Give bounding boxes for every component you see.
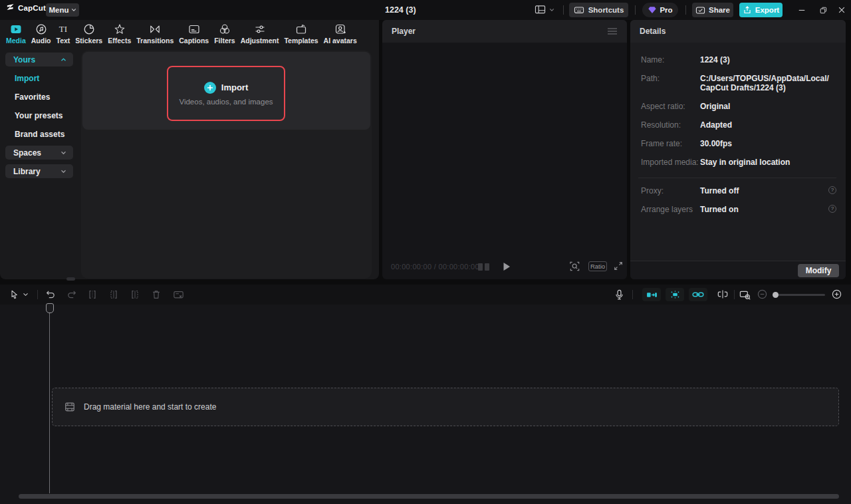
- share-label: Share: [709, 6, 730, 14]
- tab-adjustment[interactable]: Adjustment: [238, 22, 282, 46]
- detail-row-imported-media: Imported media:Stay in original location: [641, 158, 836, 167]
- import-button[interactable]: Import Videos, audios, and images: [167, 66, 285, 121]
- layout-switch-button[interactable]: [535, 5, 554, 15]
- divider: [685, 5, 686, 15]
- tab-label: Transitions: [136, 37, 174, 45]
- modify-button[interactable]: Modify: [798, 264, 839, 277]
- import-title: Import: [221, 82, 248, 92]
- shortcuts-button[interactable]: Shortcuts: [569, 3, 628, 17]
- sidebar-group-library[interactable]: Library: [5, 164, 73, 178]
- zoom-out-icon[interactable]: [757, 289, 767, 299]
- detail-value: Turned on: [700, 205, 833, 214]
- ratio-button[interactable]: Ratio: [588, 261, 607, 271]
- auto-snap-button[interactable]: [666, 288, 684, 301]
- timeline-horizontal-scrollbar[interactable]: [19, 494, 839, 499]
- help-icon[interactable]: ?: [828, 186, 836, 194]
- timeline-zoom-slider[interactable]: [773, 294, 825, 296]
- timecode: 00:00:00:00 / 00:00:00:00: [391, 263, 479, 271]
- import-subtitle: Videos, audios, and images: [179, 98, 273, 106]
- timeline-view-icon[interactable]: [739, 289, 751, 301]
- tab-label: Media: [6, 37, 26, 45]
- timeline-dropzone[interactable]: Drag material here and start to create: [52, 388, 839, 426]
- tab-filters[interactable]: Filters: [211, 22, 238, 46]
- capcut-window: CapCut Menu 1224 (3) Shortcuts Pro Share: [0, 0, 851, 504]
- tab-effects[interactable]: Effects: [105, 22, 134, 46]
- sidebar-item-import[interactable]: Import: [15, 74, 39, 83]
- share-button[interactable]: Share: [692, 3, 733, 17]
- zoom-fit-icon[interactable]: [569, 261, 580, 272]
- sidebar-scrollbar[interactable]: [66, 277, 75, 281]
- detail-value: Adapted: [700, 120, 833, 130]
- preview-axis-icon[interactable]: [717, 289, 729, 299]
- detail-value: 1224 (3): [700, 55, 833, 64]
- player-menu-icon[interactable]: [607, 27, 618, 35]
- tab-ai-avatars[interactable]: AI avatars: [321, 22, 360, 46]
- detail-row-proxy: Proxy:Turned off ?: [641, 186, 836, 195]
- tab-stickers[interactable]: Stickers: [72, 22, 105, 46]
- player-panel: Player 00:00:00:00 / 00:00:00:00 Ratio: [382, 20, 627, 279]
- detail-row-name: Name:1224 (3): [641, 55, 836, 64]
- pro-label: Pro: [660, 6, 672, 14]
- record-voiceover-icon[interactable]: [614, 289, 624, 301]
- details-footer: Modify: [630, 261, 846, 279]
- tab-captions[interactable]: Captions: [176, 22, 211, 46]
- select-tool-icon[interactable]: [9, 289, 20, 300]
- zoom-slider-handle[interactable]: [773, 292, 779, 298]
- tab-media[interactable]: Media: [3, 22, 29, 46]
- detail-value: Turned off: [700, 186, 833, 195]
- sidebar-item-brand-assets[interactable]: Brand assets: [15, 130, 64, 139]
- delete-icon[interactable]: [151, 289, 162, 300]
- tab-text[interactable]: TI Text: [54, 22, 73, 46]
- detail-label: Arrange layers: [641, 205, 700, 214]
- chevron-down-icon: [61, 170, 66, 174]
- media-library-panel: Media Audio TI Text Stickers Effects Tra…: [0, 20, 379, 279]
- sidebar-item-your-presets[interactable]: Your presets: [15, 111, 62, 120]
- restore-button[interactable]: [814, 0, 832, 20]
- play-button[interactable]: [503, 262, 511, 271]
- help-icon[interactable]: ?: [828, 205, 836, 213]
- text-icon: TI: [57, 23, 69, 35]
- gem-icon: [648, 6, 657, 14]
- clear-selection-icon[interactable]: [173, 289, 184, 300]
- player-title: Player: [392, 27, 416, 36]
- playhead-handle[interactable]: [46, 303, 54, 313]
- details-panel: Details Name:1224 (3) Path:C:/Users/TOPG…: [630, 20, 846, 279]
- timeline-area: Drag material here and start to create: [0, 305, 851, 504]
- svg-text:TI: TI: [59, 24, 67, 34]
- tab-label: Text: [57, 37, 70, 45]
- delete-right-icon[interactable]: [130, 289, 140, 300]
- tab-templates[interactable]: Templates: [281, 22, 320, 46]
- dropzone-text: Drag material here and start to create: [84, 402, 216, 412]
- yours-label: Yours: [13, 55, 35, 64]
- sidebar-item-favorites[interactable]: Favorites: [15, 92, 50, 102]
- sidebar-group-yours[interactable]: Yours: [5, 53, 73, 66]
- redo-icon[interactable]: [66, 289, 77, 300]
- player-controls: 00:00:00:00 / 00:00:00:00 Ratio: [382, 258, 627, 275]
- minimize-button[interactable]: [792, 0, 811, 20]
- tab-label: Filters: [214, 37, 235, 45]
- spaces-label: Spaces: [13, 148, 41, 158]
- import-dropzone[interactable]: Import Videos, audios, and images: [82, 52, 370, 130]
- close-button[interactable]: [832, 0, 851, 20]
- tab-audio[interactable]: Audio: [29, 22, 54, 46]
- undo-icon[interactable]: [45, 289, 56, 300]
- split-icon[interactable]: [87, 289, 98, 300]
- delete-left-icon[interactable]: [108, 289, 119, 300]
- detail-label: Imported media:: [641, 158, 700, 167]
- top-bar: CapCut Menu 1224 (3) Shortcuts Pro Share: [0, 0, 851, 20]
- player-header: Player: [382, 20, 627, 43]
- main-track-magnet-button[interactable]: [642, 288, 661, 301]
- pro-badge[interactable]: Pro: [642, 3, 678, 17]
- link-clips-button[interactable]: [689, 288, 707, 301]
- menu-button[interactable]: Menu: [46, 3, 79, 17]
- divider: [638, 178, 836, 178]
- chevron-down-icon[interactable]: [23, 293, 29, 297]
- tab-transitions[interactable]: Transitions: [134, 22, 176, 46]
- timeline-toolbar: [0, 285, 851, 305]
- zoom-in-icon[interactable]: [832, 289, 842, 299]
- sidebar-group-spaces[interactable]: Spaces: [5, 146, 73, 160]
- transitions-icon: [149, 23, 161, 35]
- fullscreen-icon[interactable]: [613, 261, 624, 271]
- templates-icon: [295, 23, 307, 35]
- export-button[interactable]: Export: [739, 3, 783, 17]
